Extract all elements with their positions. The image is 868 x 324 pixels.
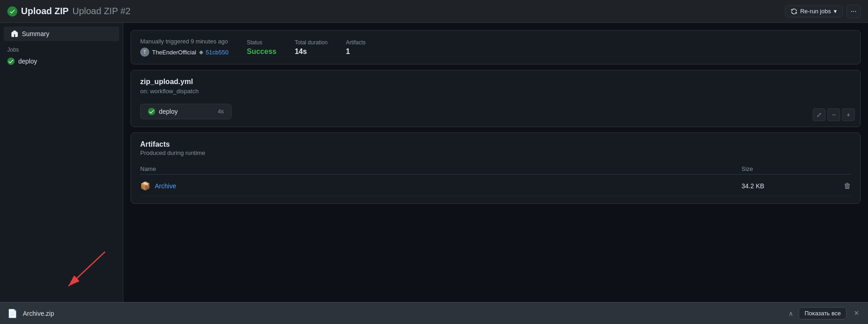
top-bar-left: Upload ZIP Upload ZIP #2 (7, 6, 131, 16)
status-group: Status Success (247, 39, 276, 56)
user-avatar: T (140, 48, 149, 57)
sidebar: Summary Jobs deploy (0, 23, 123, 302)
commit-separator: ◆ (199, 49, 203, 55)
status-card: Manually triggered 9 minutes ago T TheEn… (131, 30, 861, 64)
trigger-info: Manually triggered 9 minutes ago T TheEn… (140, 38, 228, 57)
commit-hash: 51cb550 (206, 49, 229, 56)
home-icon (11, 30, 18, 37)
main-layout: Summary Jobs deploy Manually triggered 9… (0, 23, 868, 302)
artifacts-table-header: Name Size (140, 164, 851, 175)
more-options-icon: ··· (851, 7, 857, 16)
workflow-trigger: on: workflow_dispatch (140, 88, 851, 95)
rerun-jobs-label: Re-run jobs (800, 8, 831, 15)
status-label: Status (247, 39, 276, 46)
fit-icon: ⤢ (816, 111, 822, 118)
sidebar-item-summary[interactable]: Summary (4, 27, 119, 41)
trigger-text: Manually triggered 9 minutes ago (140, 38, 228, 45)
deploy-job-label: deploy (18, 58, 37, 65)
rerun-dropdown-arrow[interactable]: ▾ (834, 8, 837, 15)
download-bar: 📄 Archive.zip ∧ Показать все × (0, 302, 868, 324)
top-bar-actions: Re-run jobs ▾ ··· (785, 5, 861, 18)
fit-view-button[interactable]: ⤢ (813, 108, 826, 121)
job-box-left: deploy (148, 108, 178, 115)
artifact-box-icon: 📦 (140, 181, 150, 191)
artifacts-subtitle: Produced during runtime (140, 149, 851, 156)
summary-label: Summary (22, 30, 49, 37)
artifacts-group: Artifacts 1 (346, 39, 365, 56)
download-file-icon: 📄 (7, 308, 17, 319)
workflow-card: zip_upload.yml on: workflow_dispatch dep… (131, 70, 861, 127)
success-status-icon (7, 6, 17, 16)
job-duration: 4s (218, 108, 224, 115)
content-area: Manually triggered 9 minutes ago T TheEn… (123, 23, 868, 302)
job-deploy-box[interactable]: deploy 4s (140, 104, 231, 119)
download-chevron-icon[interactable]: ∧ (789, 310, 793, 317)
artifacts-count: 1 (346, 48, 365, 56)
sidebar-item-deploy[interactable]: deploy (0, 55, 123, 68)
artifact-size: 34.2 KB (742, 182, 833, 190)
minus-icon: − (832, 111, 836, 118)
more-options-button[interactable]: ··· (847, 5, 861, 18)
col-size-header: Size (742, 165, 833, 172)
rerun-jobs-button[interactable]: Re-run jobs ▾ (785, 5, 842, 17)
jobs-section-title: Jobs (0, 41, 123, 55)
show-all-button[interactable]: Показать все (799, 307, 847, 319)
workflow-filename: zip_upload.yml (140, 78, 851, 86)
artifact-name[interactable]: Archive (155, 182, 742, 190)
artifact-row: 📦 Archive 34.2 KB 🗑 (140, 176, 851, 196)
username: TheEnderOfficial (152, 49, 196, 56)
duration-group: Total duration 14s (295, 39, 327, 56)
workflow-controls: ⤢ − + (813, 108, 855, 121)
close-download-bar-button[interactable]: × (852, 307, 861, 320)
top-bar: Upload ZIP Upload ZIP #2 Re-run jobs ▾ ·… (0, 0, 868, 23)
workflow-run-number: Upload ZIP #2 (72, 6, 131, 16)
artifacts-label: Artifacts (346, 39, 365, 46)
artifacts-card: Artifacts Produced during runtime Name S… (131, 133, 861, 204)
download-filename: Archive.zip (23, 310, 781, 317)
col-name-header: Name (140, 165, 742, 172)
duration-value: 14s (295, 48, 327, 56)
job-deploy-name: deploy (159, 108, 178, 115)
zoom-in-button[interactable]: + (842, 108, 855, 121)
artifacts-title: Artifacts (140, 140, 851, 149)
duration-label: Total duration (295, 39, 327, 46)
plus-icon: + (847, 111, 850, 118)
workflow-title: Upload ZIP (21, 6, 68, 16)
job-deploy-status (148, 108, 155, 115)
deploy-status-icon (7, 58, 15, 65)
status-value: Success (247, 48, 276, 56)
zoom-out-button[interactable]: − (827, 108, 840, 121)
trigger-user: T TheEnderOfficial ◆ 51cb550 (140, 48, 228, 57)
artifact-delete-button[interactable]: 🗑 (833, 182, 851, 190)
